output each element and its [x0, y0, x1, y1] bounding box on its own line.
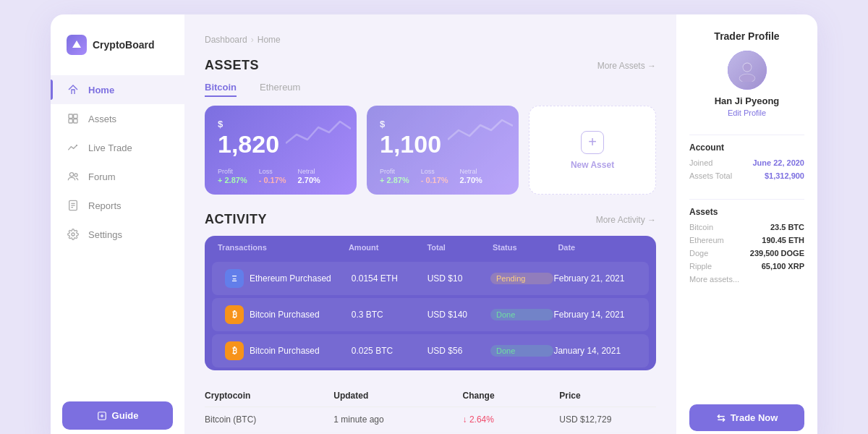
tx-total-1: USD $140	[427, 310, 490, 320]
guide-button[interactable]: Guide	[62, 401, 173, 430]
market-col-price: Price	[559, 391, 656, 401]
market-change: ↓ 2.64%	[463, 414, 560, 425]
assets-header: ASSETS More Assets →	[205, 58, 656, 73]
assets-section: ASSETS More Assets → Bitcoin Ethereum $ …	[205, 58, 656, 195]
asset-doge-value: 239,500 DOGE	[750, 249, 804, 258]
forum-label: Forum	[88, 171, 116, 182]
asset-bitcoin-name: Bitcoin	[689, 223, 713, 231]
col-status: Status	[493, 243, 558, 252]
tx-name-0: Ξ Ethereum Purchased	[225, 269, 352, 288]
btc-tx-icon-1: ₿	[225, 305, 244, 324]
account-title: Account	[689, 142, 804, 153]
tx-name-label-2: Bitcoin Purchased	[250, 346, 320, 356]
tab-bitcoin[interactable]: Bitcoin	[205, 82, 237, 97]
bitcoin-netral: Netral 2.70%	[298, 168, 320, 184]
asset-cards: $ 1,820 Profit + 2.87% Loss - 0.17%	[205, 106, 656, 195]
assets-title: ASSETS	[205, 58, 259, 73]
nav-items: Home Assets Live Trade Forum	[51, 75, 184, 401]
asset-eth-name: Ethereum	[689, 236, 724, 244]
profit-value: + 2.87%	[218, 176, 247, 184]
col-transactions: Transactions	[218, 243, 349, 252]
tx-total-0: USD $10	[427, 273, 490, 284]
list-item: Bitcoin 23.5 BTC	[689, 223, 804, 231]
loss-value: - 0.17%	[259, 176, 286, 184]
activity-table-header: Transactions Amount Total Status Date	[205, 236, 656, 259]
svg-point-6	[75, 174, 77, 176]
loss-label: Loss	[259, 168, 286, 175]
market-col-updated: Updated	[333, 391, 462, 401]
col-date: Date	[558, 243, 643, 252]
tx-amount-1: 0.3 BTC	[352, 310, 427, 320]
tx-total-2: USD $56	[427, 346, 490, 356]
svg-rect-3	[69, 119, 72, 123]
profit-label: Profit	[218, 168, 247, 175]
assets-total-label: Assets Total	[689, 171, 732, 180]
tab-ethereum[interactable]: Ethereum	[260, 82, 300, 97]
table-row: ₿ Bitcoin Purchased 0.3 BTC USD $140 Don…	[212, 298, 649, 331]
profile-name: Han Ji Pyeong	[689, 95, 804, 106]
bitcoin-loss: Loss - 0.17%	[259, 168, 286, 184]
col-total: Total	[427, 243, 492, 252]
settings-label: Settings	[88, 229, 122, 240]
tx-name-label: Ethereum Purchased	[250, 273, 331, 284]
col-amount: Amount	[349, 243, 427, 252]
market-coin-name: Bitcoin (BTC)	[205, 414, 333, 425]
svg-marker-0	[72, 41, 81, 48]
tx-date-1: February 14, 2021	[553, 310, 636, 320]
breadcrumb: Dashboard › Home	[205, 35, 656, 45]
table-row: Ξ Ethereum Purchased 0.0154 ETH USD $10 …	[212, 262, 649, 295]
logo-icon	[67, 35, 87, 55]
sidebar-item-reports[interactable]: Reports	[51, 191, 184, 220]
activity-title: ACTIVITY	[205, 212, 267, 227]
sidebar-bottom: Guide	[51, 401, 184, 430]
asset-bitcoin-value: 23.5 BTC	[770, 223, 804, 231]
market-price: USD $12,729	[559, 414, 656, 425]
trader-profile-title: Trader Profile	[689, 30, 804, 42]
reports-label: Reports	[88, 200, 122, 211]
svg-rect-1	[69, 114, 72, 118]
main-content: Dashboard › Home ASSETS More Assets → Bi…	[184, 14, 676, 434]
svg-point-5	[69, 173, 73, 176]
market-section: Cryptocoin Updated Change Price Bitcoin …	[205, 385, 656, 433]
btc-tx-icon-2: ₿	[225, 341, 244, 360]
eth-tx-icon: Ξ	[225, 269, 244, 288]
svg-rect-4	[74, 119, 77, 123]
market-table-header: Cryptocoin Updated Change Price	[205, 385, 656, 407]
profile-header: Trader Profile Han Ji Pyeong Edit Profil…	[689, 30, 804, 117]
new-asset-card[interactable]: + New Asset	[529, 106, 656, 195]
sidebar-item-home[interactable]: Home	[51, 75, 184, 104]
eth-profit: Profit + 2.87%	[380, 168, 409, 184]
edit-profile-link[interactable]: Edit Profile	[689, 109, 804, 117]
market-col-change: Change	[463, 391, 560, 401]
avatar-wrapper	[728, 51, 767, 90]
live-trade-icon	[67, 141, 80, 154]
more-activity-link[interactable]: More Activity →	[596, 215, 656, 225]
market-col-cryptocoin: Cryptocoin	[205, 391, 333, 401]
assets-total-row: Assets Total $1,312,900	[689, 171, 804, 180]
sidebar-item-assets[interactable]: Assets	[51, 104, 184, 133]
tx-name-1: ₿ Bitcoin Purchased	[225, 305, 352, 324]
home-icon	[67, 83, 80, 96]
assets-icon	[67, 112, 80, 125]
new-asset-plus-icon: +	[581, 131, 604, 154]
assets-total-value: $1,312,900	[765, 171, 804, 180]
sidebar-item-forum[interactable]: Forum	[51, 162, 184, 191]
logo-text: CryptoBoard	[93, 39, 155, 51]
svg-rect-2	[74, 114, 77, 118]
asset-ripple-value: 65,100 XRP	[762, 262, 804, 271]
tx-amount-2: 0.025 BTC	[352, 346, 427, 356]
asset-eth-value: 190.45 ETH	[762, 236, 804, 244]
more-assets-link[interactable]: More Assets →	[597, 61, 656, 71]
more-assets-text[interactable]: More assets...	[689, 275, 804, 284]
trade-now-button[interactable]: Trade Now	[689, 404, 804, 431]
joined-value: June 22, 2020	[752, 158, 804, 167]
joined-row: Joined June 22, 2020	[689, 158, 804, 167]
divider-1	[689, 135, 804, 135]
sidebar-item-live-trade[interactable]: Live Trade	[51, 133, 184, 162]
account-section: Account Joined June 22, 2020 Assets Tota…	[689, 142, 804, 184]
ethereum-card: $ 1,100 Profit + 2.87% Loss - 0.17%	[367, 106, 519, 195]
sidebar-item-settings[interactable]: Settings	[51, 220, 184, 249]
status-badge-2: Done	[490, 345, 553, 357]
profile-assets-title: Assets	[689, 207, 804, 217]
logo: CryptoBoard	[51, 35, 184, 75]
